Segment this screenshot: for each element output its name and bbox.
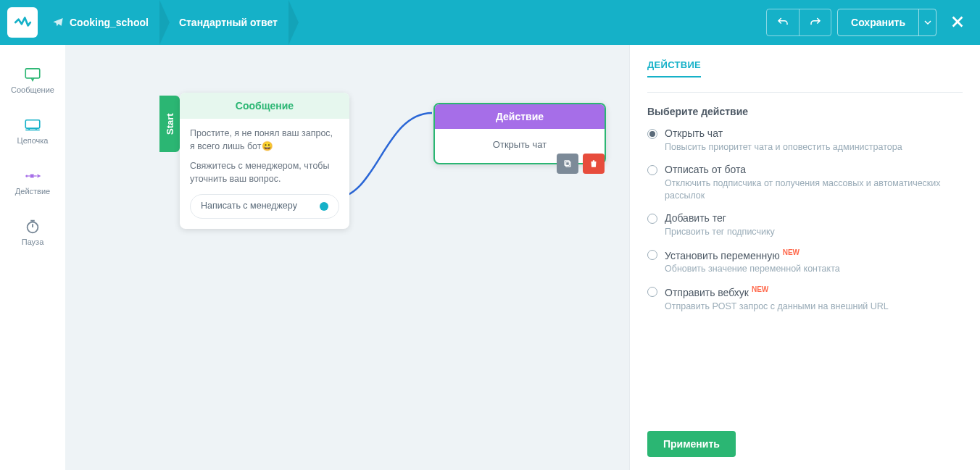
redo-button[interactable]	[799, 9, 831, 35]
flow-canvas[interactable]: Start Сообщение Простите, я не понял ваш…	[65, 45, 629, 470]
telegram-icon	[52, 17, 64, 28]
tool-action[interactable]: Действие	[6, 159, 59, 204]
panel-title: ДЕЙСТВИЕ	[647, 59, 701, 77]
action-option-3[interactable]: Установить переменнуюNEWОбновить значени…	[647, 248, 963, 276]
tool-palette: Сообщение Цепочка Действие Пауза	[0, 45, 65, 470]
tool-chain-label: Цепочка	[17, 136, 49, 145]
close-icon	[950, 14, 966, 30]
panel-subhead: Выберите действие	[647, 106, 963, 117]
quick-reply-label: Написать с менеджеру	[201, 200, 297, 213]
svg-rect-9	[565, 161, 569, 165]
svg-point-7	[28, 222, 38, 233]
svg-rect-5	[28, 175, 30, 176]
undo-icon	[776, 16, 789, 29]
save-button[interactable]: Сохранить	[838, 9, 918, 35]
copy-icon	[562, 159, 573, 169]
chain-icon	[23, 117, 42, 133]
output-port-icon[interactable]	[320, 202, 328, 211]
option-description: Повысить приоритет чата и оповестить адм…	[665, 141, 902, 154]
quick-reply-button[interactable]: Написать с менеджеру	[190, 194, 339, 219]
node-action-title: Действие	[435, 104, 605, 129]
action-option-2[interactable]: Добавить тегПрисвоить тег подписчику	[647, 212, 963, 238]
svg-marker-4	[38, 175, 41, 178]
duplicate-node-button[interactable]	[557, 154, 578, 174]
new-badge: NEW	[752, 285, 768, 293]
action-option-1[interactable]: Отписать от ботаОтключить подписчика от …	[647, 164, 963, 202]
top-actions: Сохранить	[766, 9, 980, 36]
option-description: Отключить подписчика от получения массов…	[665, 177, 963, 202]
tool-pause[interactable]: Пауза	[6, 210, 59, 255]
option-label: Добавить тег	[665, 212, 775, 224]
start-badge: Start	[159, 96, 180, 152]
breadcrumb-bot[interactable]: Cooking_school	[43, 0, 160, 45]
tool-message[interactable]: Сообщение	[6, 58, 59, 103]
option-description: Отправить POST запрос с данными на внешн…	[665, 301, 889, 313]
pause-icon	[23, 219, 42, 235]
action-options: Открыть чатПовысить приоритет чата и опо…	[647, 127, 963, 313]
new-badge: NEW	[783, 248, 800, 256]
svg-rect-0	[25, 69, 40, 78]
message-icon	[23, 67, 42, 83]
svg-rect-6	[34, 175, 37, 176]
option-label: Открыть чат	[665, 127, 902, 139]
undo-redo-group	[766, 9, 831, 36]
action-icon	[23, 168, 42, 184]
option-label: Отправить вебхукNEW	[665, 285, 889, 298]
option-label: Установить переменнуюNEW	[665, 248, 840, 261]
message-text-1: Простите, я не понял ваш запрос, я всего…	[190, 127, 339, 153]
redo-icon	[809, 16, 822, 29]
top-bar: Cooking_school Стандартный ответ Сохрани…	[0, 0, 980, 45]
node-message[interactable]: Сообщение Простите, я не понял ваш запро…	[180, 93, 349, 229]
radio-icon	[647, 250, 657, 260]
node-message-body: Простите, я не понял ваш запрос, я всего…	[180, 119, 349, 229]
tool-pause-label: Пауза	[22, 238, 44, 246]
action-option-4[interactable]: Отправить вебхукNEWОтправить POST запрос…	[647, 285, 963, 313]
svg-rect-1	[25, 120, 40, 128]
breadcrumb-flow[interactable]: Стандартный ответ	[170, 0, 289, 45]
option-label: Отписать от бота	[665, 164, 963, 175]
app-logo[interactable]	[7, 7, 38, 38]
message-text-2: Свяжитесь с менеджером, чтобы уточнить в…	[190, 160, 339, 185]
apply-button[interactable]: Применить	[647, 431, 736, 457]
radio-icon	[647, 165, 657, 175]
trash-icon	[589, 159, 599, 169]
option-description: Обновить значение переменной контакта	[665, 263, 840, 275]
save-button-group: Сохранить	[837, 9, 937, 36]
breadcrumb-separator-icon	[289, 0, 299, 45]
tool-chain[interactable]: Цепочка	[6, 109, 59, 154]
svg-point-2	[25, 175, 28, 177]
radio-icon	[647, 129, 657, 139]
node-message-title: Сообщение	[180, 93, 349, 119]
flow-name: Стандартный ответ	[179, 17, 278, 28]
radio-icon	[647, 214, 657, 224]
caret-down-icon	[924, 19, 931, 26]
close-button[interactable]	[947, 11, 968, 35]
bot-name: Cooking_school	[70, 17, 149, 28]
node-action[interactable]: Действие Открыть чат	[433, 103, 606, 164]
option-description: Присвоить тег подписчику	[665, 226, 775, 238]
undo-button[interactable]	[767, 9, 799, 35]
tool-action-label: Действие	[15, 187, 50, 196]
workspace: Сообщение Цепочка Действие Пауза Start С…	[0, 45, 980, 470]
tool-message-label: Сообщение	[11, 85, 54, 94]
svg-rect-3	[30, 175, 34, 178]
radio-icon	[647, 287, 657, 297]
delete-node-button[interactable]	[583, 154, 605, 174]
breadcrumb-separator-icon	[160, 0, 170, 45]
svg-rect-8	[566, 162, 570, 167]
save-dropdown-button[interactable]	[918, 9, 936, 35]
properties-panel: ДЕЙСТВИЕ Выберите действие Открыть чатПо…	[629, 45, 980, 470]
breadcrumb: Cooking_school Стандартный ответ	[43, 0, 299, 45]
node-toolbar	[557, 154, 605, 174]
action-option-0[interactable]: Открыть чатПовысить приоритет чата и опо…	[647, 127, 963, 154]
